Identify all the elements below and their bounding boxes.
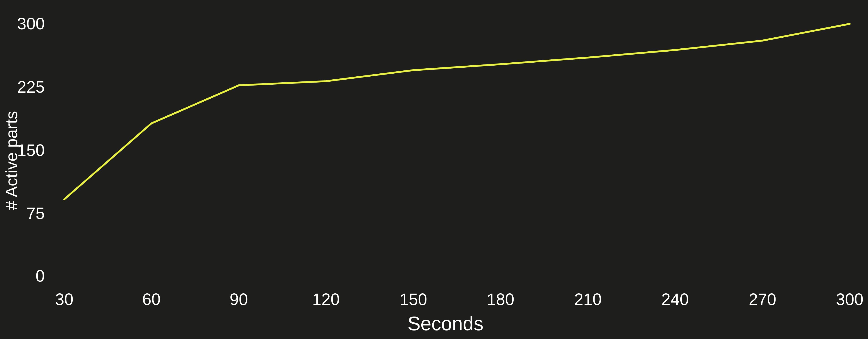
- y-label-300: 300: [17, 14, 45, 33]
- y-label-75: 75: [26, 204, 45, 222]
- x-label-240: 240: [661, 290, 689, 308]
- y-label-225: 225: [17, 78, 45, 96]
- y-axis-title: # Active parts: [2, 111, 21, 210]
- x-label-90: 90: [229, 290, 248, 308]
- x-label-120: 120: [312, 290, 340, 308]
- x-axis-title: Seconds: [408, 313, 484, 334]
- y-label-0: 0: [36, 267, 45, 285]
- chart-container: 0 75 150 225 300 # Active parts 30 60 90…: [0, 0, 868, 339]
- x-label-300: 300: [836, 290, 863, 308]
- x-label-60: 60: [142, 290, 161, 308]
- x-label-150: 150: [400, 290, 427, 308]
- x-label-30: 30: [55, 290, 73, 308]
- x-label-210: 210: [574, 290, 602, 308]
- x-label-270: 270: [749, 290, 776, 308]
- svg-rect-0: [0, 0, 868, 339]
- x-label-180: 180: [487, 290, 514, 308]
- y-label-150: 150: [17, 141, 45, 159]
